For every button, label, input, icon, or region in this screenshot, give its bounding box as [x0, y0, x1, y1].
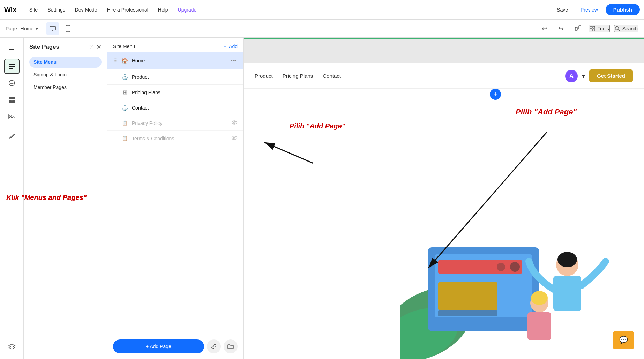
- doc-icon: 📋: [121, 120, 128, 126]
- grid-icon: ⊞: [121, 89, 128, 96]
- doc-icon-2: 📋: [121, 136, 128, 141]
- canvas-area: Product Pricing Plans Contact A ▾ Get St…: [244, 38, 644, 359]
- preview-button[interactable]: Preview: [576, 5, 603, 15]
- svg-text:Wix: Wix: [4, 6, 16, 14]
- svg-point-42: [557, 252, 577, 267]
- page-more-button-home[interactable]: •••: [229, 57, 238, 65]
- anchor-icon-2: ⚓: [121, 104, 128, 111]
- wix-logo: Wix: [4, 5, 18, 15]
- page-item-contact[interactable]: ⠿ ⚓ Contact: [107, 100, 243, 115]
- anchor-icon: ⚓: [121, 74, 128, 80]
- nav-help[interactable]: Help: [154, 5, 172, 15]
- add-page-link[interactable]: ＋ Add: [223, 43, 238, 50]
- media-button[interactable]: [4, 109, 20, 124]
- svg-point-45: [531, 291, 548, 305]
- menus-pages-button[interactable]: [4, 59, 20, 74]
- help-icon[interactable]: ?: [89, 44, 93, 51]
- drag-handle-icon: ⠿: [113, 120, 117, 126]
- page-item-privacy[interactable]: ⠿ 📋 Privacy Policy: [107, 115, 243, 131]
- nav-hire[interactable]: Hire a Professional: [103, 5, 152, 15]
- publish-button[interactable]: Publish: [606, 4, 640, 15]
- svg-point-37: [510, 262, 520, 272]
- mobile-view-button[interactable]: [62, 22, 74, 35]
- redo-button[interactable]: ↪: [555, 22, 568, 35]
- svg-rect-16: [9, 64, 15, 65]
- page-name-product: Product: [132, 74, 238, 80]
- close-icon[interactable]: ✕: [96, 43, 102, 51]
- page-item-terms[interactable]: ⠿ 📋 Terms & Conditions: [107, 131, 243, 146]
- plus-icon: ＋: [223, 43, 227, 50]
- link-icon-button[interactable]: [207, 339, 221, 353]
- canvas-add-row: +: [484, 89, 644, 100]
- svg-rect-6: [575, 27, 577, 30]
- site-pages-nav-panel: Site Pages ? ✕ Site Menu Signup & Login …: [24, 38, 107, 359]
- svg-rect-23: [12, 100, 15, 103]
- hidden-icon-2: [231, 135, 238, 141]
- nav-upgrade[interactable]: Upgrade: [174, 5, 201, 15]
- svg-point-5: [68, 31, 68, 31]
- add-page-button[interactable]: + Add Page: [113, 339, 204, 353]
- folder-icon-button[interactable]: [224, 339, 238, 353]
- get-started-button[interactable]: Get Started: [589, 69, 633, 82]
- nav-devmode[interactable]: Dev Mode: [71, 5, 102, 15]
- svg-rect-1: [50, 26, 55, 30]
- search-button[interactable]: Search: [614, 25, 638, 32]
- website-header: Product Pricing Plans Contact A ▾ Get St…: [244, 63, 644, 89]
- pages-footer: + Add Page: [107, 334, 243, 359]
- canvas-illustration: 💬: [400, 157, 644, 359]
- page-name-pricing: Pricing Plans: [132, 90, 238, 95]
- layers-button[interactable]: [4, 339, 20, 355]
- avatar: A: [565, 70, 578, 82]
- page-label: Page:: [6, 26, 18, 31]
- drag-handle-icon: ⠿: [113, 104, 117, 111]
- tools-button[interactable]: Tools: [589, 25, 610, 32]
- design-button[interactable]: [4, 75, 20, 91]
- page-item-product[interactable]: ⠿ ⚓ Product: [107, 69, 243, 85]
- chevron-down-icon[interactable]: ▾: [582, 72, 585, 80]
- main-layout: Site Pages ? ✕ Site Menu Signup & Login …: [0, 38, 644, 359]
- nav-site-menu[interactable]: Site Menu: [29, 57, 102, 68]
- apps-button[interactable]: [4, 92, 20, 107]
- page-selector[interactable]: Page: Home ▾: [6, 26, 38, 31]
- site-nav-product[interactable]: Product: [255, 73, 273, 79]
- zoom-button[interactable]: [572, 22, 584, 35]
- svg-rect-11: [593, 29, 595, 31]
- svg-point-12: [615, 26, 619, 30]
- nav-sections: Site Menu Signup & Login Member Pages: [29, 57, 102, 93]
- panel-header-icons: ? ✕: [89, 43, 102, 51]
- page-item-pricing[interactable]: ⠿ ⊞ Pricing Plans: [107, 85, 243, 100]
- site-nav-contact[interactable]: Contact: [323, 73, 341, 79]
- header-right: A ▾ Get Started: [565, 69, 633, 82]
- svg-rect-7: [579, 26, 581, 29]
- add-row-button[interactable]: +: [490, 89, 501, 100]
- svg-rect-20: [9, 97, 12, 99]
- second-toolbar: Page: Home ▾ ↩ ↪: [0, 20, 644, 38]
- page-name-terms: Terms & Conditions: [132, 136, 228, 141]
- svg-rect-35: [438, 260, 522, 274]
- undo-button[interactable]: ↩: [538, 22, 551, 35]
- nav-settings[interactable]: Settings: [43, 5, 69, 15]
- svg-rect-38: [438, 282, 497, 310]
- page-name: Home: [21, 26, 33, 31]
- add-elements-button[interactable]: [4, 42, 20, 57]
- toolbar-right: ↩ ↪ Tools Search: [538, 22, 638, 35]
- svg-rect-39: [438, 310, 497, 316]
- page-name-privacy: Privacy Policy: [132, 120, 228, 126]
- pages-list-title: Site Menu: [113, 44, 135, 49]
- top-menubar: Wix Site Settings Dev Mode Hire a Profes…: [0, 0, 644, 20]
- nav-signup-login[interactable]: Signup & Login: [29, 69, 102, 80]
- panel-header: Site Pages ? ✕: [29, 43, 102, 51]
- drag-handle-icon: ⠿: [113, 74, 117, 80]
- svg-rect-21: [12, 97, 15, 99]
- canvas-bg-content: Product Pricing Plans Contact A ▾ Get St…: [244, 63, 644, 359]
- nav-member-pages[interactable]: Member Pages: [29, 82, 102, 93]
- page-name-contact: Contact: [132, 105, 238, 111]
- svg-rect-18: [9, 68, 13, 69]
- save-button[interactable]: Save: [552, 5, 573, 15]
- left-sidebar: [0, 38, 24, 359]
- site-nav-pricing[interactable]: Pricing Plans: [283, 73, 313, 79]
- write-button[interactable]: [4, 128, 20, 144]
- desktop-view-button[interactable]: [46, 22, 59, 35]
- nav-site[interactable]: Site: [25, 5, 42, 15]
- page-item-home[interactable]: ⠿ 🏠 Home •••: [107, 52, 243, 69]
